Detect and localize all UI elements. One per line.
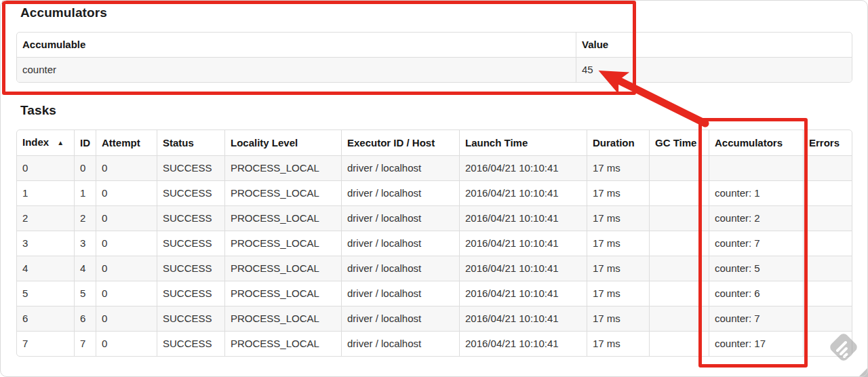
cell-errors [803, 256, 852, 281]
cell-status: SUCCESS [157, 306, 224, 332]
cell-attempt: 0 [96, 231, 157, 256]
column-header-executor-id-host[interactable]: Executor ID / Host [341, 130, 459, 156]
cell-status: SUCCESS [157, 181, 224, 206]
cell-launch-time: 2016/04/21 10:10:41 [459, 181, 587, 206]
cell-duration: 17 ms [587, 281, 649, 306]
cell-executor-id-host: driver / localhost [341, 256, 459, 281]
cell-executor-id-host: driver / localhost [341, 306, 459, 332]
cell-duration: 17 ms [587, 181, 649, 206]
column-header-value[interactable]: Value [576, 33, 852, 58]
cell-accumulators: counter: 2 [709, 206, 803, 231]
cell-index: 5 [17, 281, 74, 306]
column-header-locality-level[interactable]: Locality Level [224, 130, 341, 156]
table-row: 550SUCCESSPROCESS_LOCALdriver / localhos… [17, 281, 852, 306]
cell-accumulators: counter: 5 [709, 256, 803, 281]
cell-executor-id-host: driver / localhost [341, 281, 459, 306]
cell-gc-time [649, 181, 709, 206]
cell-accumulable: counter [17, 58, 576, 82]
cell-accumulators: counter: 6 [709, 281, 803, 306]
cell-attempt: 0 [96, 281, 157, 306]
cell-index: 0 [17, 156, 74, 181]
table-row: 440SUCCESSPROCESS_LOCALdriver / localhos… [17, 256, 852, 281]
cell-errors [803, 306, 852, 332]
cell-status: SUCCESS [157, 332, 224, 356]
cell-accumulators: counter: 17 [709, 332, 803, 356]
column-header-status[interactable]: Status [157, 130, 224, 156]
cell-locality-level: PROCESS_LOCAL [224, 281, 341, 306]
cell-accumulators: counter: 1 [709, 181, 803, 206]
sort-ascending-icon: ▲ [57, 139, 64, 146]
column-header-gc-time[interactable]: GC Time [649, 130, 709, 156]
cell-attempt: 0 [96, 306, 157, 332]
cell-accumulators: counter: 7 [709, 231, 803, 256]
cell-id: 3 [74, 231, 96, 256]
cell-errors [803, 206, 852, 231]
cell-id: 4 [74, 256, 96, 281]
cell-id: 6 [74, 306, 96, 332]
cell-locality-level: PROCESS_LOCAL [224, 181, 341, 206]
cell-executor-id-host: driver / localhost [341, 156, 459, 181]
cell-executor-id-host: driver / localhost [341, 181, 459, 206]
table-row: 660SUCCESSPROCESS_LOCALdriver / localhos… [17, 306, 852, 332]
cell-accumulators: counter: 7 [709, 306, 803, 332]
cell-attempt: 0 [96, 206, 157, 231]
column-header-attempt[interactable]: Attempt [96, 130, 157, 156]
cell-accumulators [709, 156, 803, 181]
cell-gc-time [649, 231, 709, 256]
cell-index: 2 [17, 206, 74, 231]
cell-duration: 17 ms [587, 231, 649, 256]
cell-gc-time [649, 332, 709, 356]
cell-locality-level: PROCESS_LOCAL [224, 206, 341, 231]
column-header-errors[interactable]: Errors [803, 130, 852, 156]
cell-executor-id-host: driver / localhost [341, 231, 459, 256]
cell-launch-time: 2016/04/21 10:10:41 [459, 231, 587, 256]
table-row: 770SUCCESSPROCESS_LOCALdriver / localhos… [17, 332, 852, 356]
table-row: counter45 [17, 58, 852, 82]
table-row: 000SUCCESSPROCESS_LOCALdriver / localhos… [17, 156, 852, 181]
cell-id: 7 [74, 332, 96, 356]
cell-duration: 17 ms [587, 156, 649, 181]
table-row: 220SUCCESSPROCESS_LOCALdriver / localhos… [17, 206, 852, 231]
column-header-id[interactable]: ID [74, 130, 96, 156]
cell-launch-time: 2016/04/21 10:10:41 [459, 256, 587, 281]
column-header-duration[interactable]: Duration [587, 130, 649, 156]
cell-launch-time: 2016/04/21 10:10:41 [459, 156, 587, 181]
cell-locality-level: PROCESS_LOCAL [224, 332, 341, 356]
cell-errors [803, 156, 852, 181]
cell-locality-level: PROCESS_LOCAL [224, 256, 341, 281]
cell-id: 5 [74, 281, 96, 306]
cell-status: SUCCESS [157, 156, 224, 181]
tasks-heading: Tasks [20, 103, 852, 118]
table-row: 330SUCCESSPROCESS_LOCALdriver / localhos… [17, 231, 852, 256]
cell-index: 6 [17, 306, 74, 332]
cell-id: 2 [74, 206, 96, 231]
cell-errors [803, 231, 852, 256]
cell-attempt: 0 [96, 256, 157, 281]
cell-launch-time: 2016/04/21 10:10:41 [459, 281, 587, 306]
cell-errors [803, 332, 852, 356]
page-content: Accumulators AccumulableValuecounter45 T… [0, 0, 868, 357]
cell-attempt: 0 [96, 332, 157, 356]
cell-duration: 17 ms [587, 256, 649, 281]
cell-status: SUCCESS [157, 281, 224, 306]
column-header-launch-time[interactable]: Launch Time [459, 130, 587, 156]
cell-attempt: 0 [96, 156, 157, 181]
cell-duration: 17 ms [587, 206, 649, 231]
cell-gc-time [649, 256, 709, 281]
cell-id: 1 [74, 181, 96, 206]
cell-launch-time: 2016/04/21 10:10:41 [459, 206, 587, 231]
cell-status: SUCCESS [157, 231, 224, 256]
column-header-accumulable[interactable]: Accumulable [17, 33, 576, 58]
cell-attempt: 0 [96, 181, 157, 206]
column-header-accumulators[interactable]: Accumulators [709, 130, 803, 156]
cell-gc-time [649, 281, 709, 306]
cell-locality-level: PROCESS_LOCAL [224, 156, 341, 181]
cell-id: 0 [74, 156, 96, 181]
cell-value: 45 [576, 58, 852, 82]
cell-gc-time [649, 306, 709, 332]
column-header-index[interactable]: Index▲ [17, 130, 74, 156]
corner-watermark-fragment [859, 368, 868, 377]
cell-launch-time: 2016/04/21 10:10:41 [459, 332, 587, 356]
cell-gc-time [649, 206, 709, 231]
cell-errors [803, 281, 852, 306]
